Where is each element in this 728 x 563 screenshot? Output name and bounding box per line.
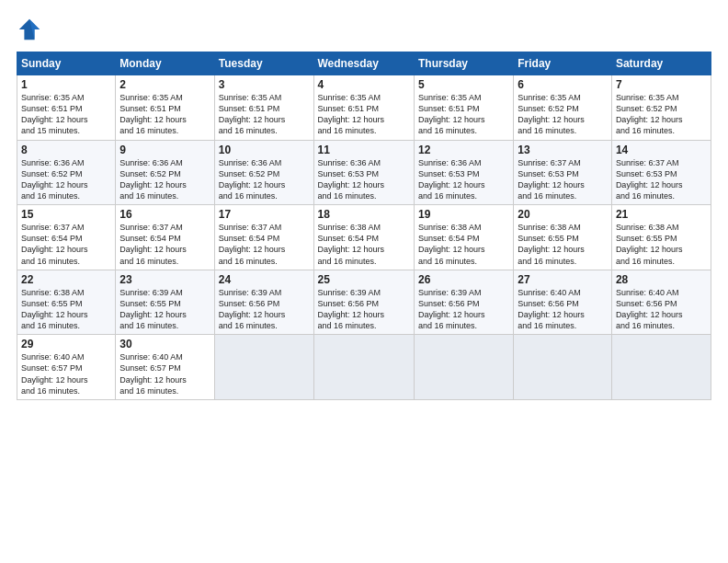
- day-number: 25: [318, 273, 410, 286]
- day-info: Sunrise: 6:36 AMSunset: 6:52 PMDaylight:…: [21, 157, 111, 202]
- calendar-day-cell: 19Sunrise: 6:38 AMSunset: 6:54 PMDayligh…: [414, 205, 513, 270]
- day-number: 22: [21, 273, 111, 286]
- day-info: Sunrise: 6:40 AMSunset: 6:57 PMDaylight:…: [21, 351, 111, 396]
- header-sunday: Sunday: [17, 52, 116, 75]
- calendar-day-cell: [611, 335, 711, 400]
- calendar-day-cell: 25Sunrise: 6:39 AMSunset: 6:56 PMDayligh…: [313, 270, 414, 335]
- calendar-week-row: 1Sunrise: 6:35 AMSunset: 6:51 PMDaylight…: [17, 75, 711, 141]
- header-saturday: Saturday: [611, 52, 711, 75]
- logo: [17, 17, 46, 42]
- day-info: Sunrise: 6:38 AMSunset: 6:54 PMDaylight:…: [318, 222, 410, 267]
- day-number: 23: [119, 273, 210, 286]
- day-number: 27: [518, 273, 608, 286]
- calendar-day-cell: 20Sunrise: 6:38 AMSunset: 6:55 PMDayligh…: [514, 205, 612, 270]
- header-tuesday: Tuesday: [214, 52, 313, 75]
- day-number: 30: [119, 338, 210, 350]
- day-info: Sunrise: 6:39 AMSunset: 6:56 PMDaylight:…: [318, 287, 410, 332]
- calendar-day-cell: 9Sunrise: 6:36 AMSunset: 6:52 PMDaylight…: [116, 140, 214, 205]
- day-info: Sunrise: 6:37 AMSunset: 6:54 PMDaylight:…: [119, 222, 210, 267]
- calendar-week-row: 29Sunrise: 6:40 AMSunset: 6:57 PMDayligh…: [17, 335, 711, 400]
- day-info: Sunrise: 6:36 AMSunset: 6:52 PMDaylight:…: [119, 157, 210, 202]
- calendar-day-cell: 17Sunrise: 6:37 AMSunset: 6:54 PMDayligh…: [214, 205, 313, 270]
- day-number: 12: [418, 144, 509, 156]
- day-info: Sunrise: 6:37 AMSunset: 6:54 PMDaylight:…: [219, 222, 310, 267]
- logo-icon: [17, 17, 42, 42]
- day-info: Sunrise: 6:38 AMSunset: 6:55 PMDaylight:…: [518, 222, 608, 267]
- day-number: 1: [21, 78, 111, 91]
- header: [17, 17, 711, 42]
- header-monday: Monday: [116, 52, 214, 75]
- calendar-day-cell: 11Sunrise: 6:36 AMSunset: 6:53 PMDayligh…: [313, 140, 414, 205]
- day-info: Sunrise: 6:37 AMSunset: 6:54 PMDaylight:…: [21, 222, 111, 267]
- calendar-day-cell: [214, 335, 313, 400]
- day-number: 15: [21, 208, 111, 221]
- day-number: 18: [318, 208, 410, 221]
- day-info: Sunrise: 6:35 AMSunset: 6:51 PMDaylight:…: [219, 92, 310, 137]
- day-number: 16: [119, 208, 210, 221]
- calendar-day-cell: 15Sunrise: 6:37 AMSunset: 6:54 PMDayligh…: [17, 205, 116, 270]
- day-number: 26: [418, 273, 509, 286]
- calendar-day-cell: 3Sunrise: 6:35 AMSunset: 6:51 PMDaylight…: [214, 75, 313, 141]
- calendar-day-cell: [514, 335, 612, 400]
- calendar-day-cell: 16Sunrise: 6:37 AMSunset: 6:54 PMDayligh…: [116, 205, 214, 270]
- calendar-day-cell: 21Sunrise: 6:38 AMSunset: 6:55 PMDayligh…: [611, 205, 711, 270]
- day-info: Sunrise: 6:37 AMSunset: 6:53 PMDaylight:…: [518, 157, 608, 202]
- calendar-day-cell: 2Sunrise: 6:35 AMSunset: 6:51 PMDaylight…: [116, 75, 214, 141]
- day-number: 7: [616, 78, 707, 91]
- calendar-day-cell: 24Sunrise: 6:39 AMSunset: 6:56 PMDayligh…: [214, 270, 313, 335]
- calendar-day-cell: 6Sunrise: 6:35 AMSunset: 6:52 PMDaylight…: [514, 75, 612, 141]
- calendar-week-row: 8Sunrise: 6:36 AMSunset: 6:52 PMDaylight…: [17, 140, 711, 205]
- day-info: Sunrise: 6:35 AMSunset: 6:52 PMDaylight:…: [518, 92, 608, 137]
- day-number: 10: [219, 144, 310, 156]
- calendar-day-cell: 23Sunrise: 6:39 AMSunset: 6:55 PMDayligh…: [116, 270, 214, 335]
- page-container: Sunday Monday Tuesday Wednesday Thursday…: [0, 0, 728, 563]
- day-number: 8: [21, 144, 111, 156]
- day-info: Sunrise: 6:39 AMSunset: 6:56 PMDaylight:…: [418, 287, 509, 332]
- calendar-day-cell: 28Sunrise: 6:40 AMSunset: 6:56 PMDayligh…: [611, 270, 711, 335]
- calendar-day-cell: 22Sunrise: 6:38 AMSunset: 6:55 PMDayligh…: [17, 270, 116, 335]
- day-info: Sunrise: 6:38 AMSunset: 6:54 PMDaylight:…: [418, 222, 509, 267]
- day-number: 3: [219, 78, 310, 91]
- day-number: 5: [418, 78, 509, 91]
- calendar-day-cell: 13Sunrise: 6:37 AMSunset: 6:53 PMDayligh…: [514, 140, 612, 205]
- day-number: 21: [616, 208, 707, 221]
- calendar-day-cell: 29Sunrise: 6:40 AMSunset: 6:57 PMDayligh…: [17, 335, 116, 400]
- day-number: 24: [219, 273, 310, 286]
- day-info: Sunrise: 6:35 AMSunset: 6:51 PMDaylight:…: [318, 92, 410, 137]
- day-info: Sunrise: 6:40 AMSunset: 6:57 PMDaylight:…: [119, 351, 210, 396]
- day-info: Sunrise: 6:35 AMSunset: 6:51 PMDaylight:…: [21, 92, 111, 137]
- calendar-day-cell: 12Sunrise: 6:36 AMSunset: 6:53 PMDayligh…: [414, 140, 513, 205]
- day-number: 20: [518, 208, 608, 221]
- day-info: Sunrise: 6:36 AMSunset: 6:52 PMDaylight:…: [219, 157, 310, 202]
- day-number: 19: [418, 208, 509, 221]
- day-info: Sunrise: 6:37 AMSunset: 6:53 PMDaylight:…: [616, 157, 707, 202]
- calendar-day-cell: 27Sunrise: 6:40 AMSunset: 6:56 PMDayligh…: [514, 270, 612, 335]
- day-info: Sunrise: 6:39 AMSunset: 6:55 PMDaylight:…: [119, 287, 210, 332]
- day-number: 17: [219, 208, 310, 221]
- day-info: Sunrise: 6:35 AMSunset: 6:52 PMDaylight:…: [616, 92, 707, 137]
- calendar-week-row: 22Sunrise: 6:38 AMSunset: 6:55 PMDayligh…: [17, 270, 711, 335]
- calendar-header-row: Sunday Monday Tuesday Wednesday Thursday…: [17, 52, 711, 75]
- calendar-day-cell: 4Sunrise: 6:35 AMSunset: 6:51 PMDaylight…: [313, 75, 414, 141]
- day-number: 11: [318, 144, 410, 156]
- day-number: 6: [518, 78, 608, 91]
- calendar-day-cell: 1Sunrise: 6:35 AMSunset: 6:51 PMDaylight…: [17, 75, 116, 141]
- day-number: 13: [518, 144, 608, 156]
- day-info: Sunrise: 6:38 AMSunset: 6:55 PMDaylight:…: [616, 222, 707, 267]
- header-thursday: Thursday: [414, 52, 513, 75]
- day-number: 14: [616, 144, 707, 156]
- day-number: 29: [21, 338, 111, 350]
- header-friday: Friday: [514, 52, 612, 75]
- day-number: 28: [616, 273, 707, 286]
- day-number: 2: [119, 78, 210, 91]
- day-number: 4: [318, 78, 410, 91]
- calendar-day-cell: 14Sunrise: 6:37 AMSunset: 6:53 PMDayligh…: [611, 140, 711, 205]
- day-info: Sunrise: 6:36 AMSunset: 6:53 PMDaylight:…: [318, 157, 410, 202]
- day-number: 9: [119, 144, 210, 156]
- calendar-day-cell: 18Sunrise: 6:38 AMSunset: 6:54 PMDayligh…: [313, 205, 414, 270]
- calendar-week-row: 15Sunrise: 6:37 AMSunset: 6:54 PMDayligh…: [17, 205, 711, 270]
- calendar-day-cell: 5Sunrise: 6:35 AMSunset: 6:51 PMDaylight…: [414, 75, 513, 141]
- calendar-day-cell: 10Sunrise: 6:36 AMSunset: 6:52 PMDayligh…: [214, 140, 313, 205]
- day-info: Sunrise: 6:35 AMSunset: 6:51 PMDaylight:…: [418, 92, 509, 137]
- calendar-day-cell: 26Sunrise: 6:39 AMSunset: 6:56 PMDayligh…: [414, 270, 513, 335]
